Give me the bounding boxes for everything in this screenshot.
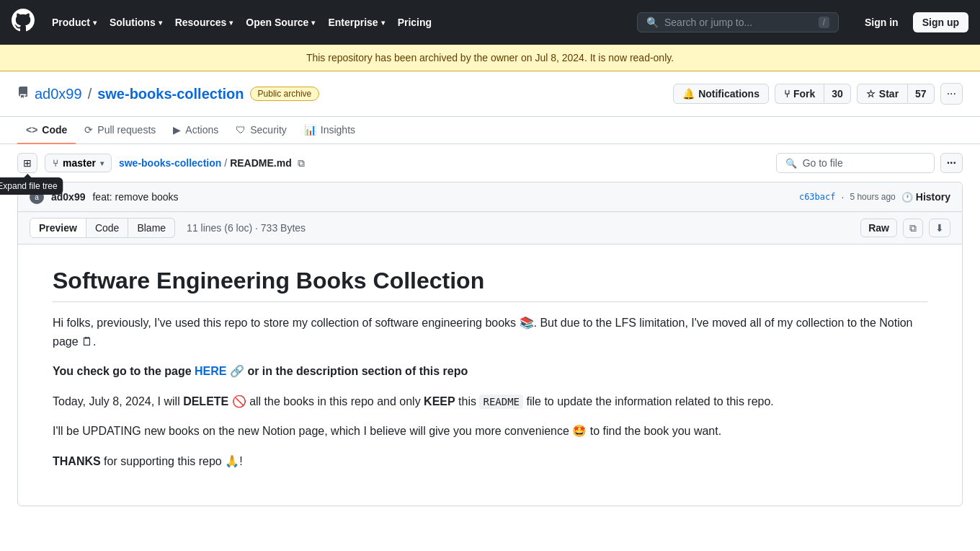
tab-pull-requests[interactable]: ⟳ Pull requests [76,117,164,144]
nav-item-enterprise[interactable]: Enterprise ▾ [322,12,390,32]
top-nav: Product ▾ Solutions ▾ Resources ▾ Open S… [0,0,980,45]
file-meta-info: 11 lines (6 loc) · 733 Bytes [187,222,860,234]
nav-auth: Sign in Sign up [856,12,968,32]
file-lines-info: 11 lines (6 loc) · 733 Bytes [187,222,306,234]
readme-code: README [479,394,523,409]
star-button[interactable]: ☆ Star [857,84,907,104]
commit-message: feat: remove books [92,191,178,203]
security-icon: 🛡 [236,124,246,136]
actions-icon: ▶ [173,124,181,136]
breadcrumb-repo-link[interactable]: swe-books-collection [119,157,221,169]
breadcrumb-separator: / [224,157,227,169]
github-logo-icon[interactable] [12,9,35,37]
nav-items: Product ▾ Solutions ▾ Resources ▾ Open S… [46,12,437,32]
file-container: a ad0x99 feat: remove books c63bacf · 5 … [17,182,963,506]
branch-icon: ⑂ [53,158,58,169]
breadcrumb-filename: README.md [230,157,292,169]
repo-type-icon [17,87,29,101]
chevron-down-icon: ▾ [93,19,97,27]
chevron-down-icon: ▾ [311,19,315,27]
readme-para2: You check go to the page HERE 🔗 or in th… [53,362,927,381]
commit-hash-link[interactable]: c63bacf [799,192,836,202]
nav-item-resources[interactable]: Resources ▾ [169,12,239,32]
signin-button[interactable]: Sign in [856,12,907,32]
repo-breadcrumb: ad0x99 / swe-books-collection Public arc… [17,86,319,102]
search-icon: 🔍 [646,17,659,28]
sidebar-icon: ⊞ [23,157,32,169]
readme-para3: Today, July 8, 2024, I will DELETE 🚫 all… [53,392,927,411]
commit-separator: · [841,191,844,203]
repo-tabs: <> Code ⟳ Pull requests ▶ Actions 🛡 Secu… [0,117,980,144]
file-toolbar: Raw ⧉ ⬇ [860,219,950,238]
tab-actions[interactable]: ▶ Actions [164,117,227,144]
repo-separator: / [88,86,92,102]
bell-icon: 🔔 [682,88,695,100]
code-icon: <> [26,124,37,136]
preview-tab[interactable]: Preview [30,218,86,238]
branch-chevron-icon: ▾ [100,159,104,167]
copy-path-button[interactable]: ⧉ [295,156,308,171]
star-button-group: ☆ Star 57 [857,84,935,104]
readme-content: Software Engineering Books Collection Hi… [18,244,962,506]
history-button[interactable]: 🕐 History [901,191,950,203]
chevron-down-icon: ▾ [229,19,233,27]
readme-title: Software Engineering Books Collection [53,268,927,302]
readme-para4: I'll be UPDATING new books on the new No… [53,422,927,441]
fork-button-group: ⑂ Fork 30 [775,84,851,104]
commit-right: c63bacf · 5 hours ago 🕐 History [799,191,950,203]
readme-para1: Hi folks, previously, I've used this rep… [53,314,927,351]
archive-badge: Public archive [250,87,320,101]
nav-item-product[interactable]: Product ▾ [46,12,102,32]
nav-item-open-source[interactable]: Open Source ▾ [240,12,321,32]
search-text: Search or jump to... [664,17,813,28]
pullrequest-icon: ⟳ [84,124,93,136]
file-tabs-row: Preview Code Blame 11 lines (6 loc) · 73… [18,212,962,244]
file-nav-left: ⊞ Expand file tree ⑂ master ▾ swe-books-… [17,153,308,173]
readme-para5: THANKS for supporting this repo 🙏! [53,452,927,471]
repo-actions: 🔔 Notifications ⑂ Fork 30 ☆ Star 57 ··· [673,83,963,105]
file-tabs-group: Preview Code Blame [30,218,175,238]
fork-count-button[interactable]: 30 [824,84,851,104]
commit-time: 5 hours ago [850,192,895,202]
branch-selector[interactable]: ⑂ master ▾ [45,154,112,172]
chevron-down-icon: ▾ [159,19,162,27]
tab-security[interactable]: 🛡 Security [227,117,295,144]
notifications-button[interactable]: 🔔 Notifications [673,84,769,104]
fork-button[interactable]: ⑂ Fork [775,84,824,104]
tab-code[interactable]: <> Code [17,117,76,144]
search-shortcut-badge: / [819,17,829,28]
nav-item-solutions[interactable]: Solutions ▾ [104,12,168,32]
signup-button[interactable]: Sign up [913,12,968,32]
file-viewer-header: ⊞ Expand file tree ⑂ master ▾ swe-books-… [0,144,980,182]
star-icon: ☆ [866,88,876,100]
blame-tab[interactable]: Blame [128,218,175,238]
nav-item-pricing[interactable]: Pricing [392,12,437,32]
raw-button[interactable]: Raw [860,219,897,237]
history-icon: 🕐 [901,192,913,203]
more-options-button[interactable]: ··· [940,83,963,105]
file-nav-right: 🔍 Go to file ··· [776,153,963,173]
tab-insights[interactable]: 📊 Insights [295,117,364,144]
repo-owner-link[interactable]: ad0x99 [35,86,82,102]
insights-icon: 📊 [304,124,316,136]
go-to-file-input[interactable]: 🔍 Go to file [776,153,935,173]
archive-banner: This repository has been archived by the… [0,45,980,71]
search-bar[interactable]: 🔍 Search or jump to... / [637,12,839,32]
expand-tooltip: Expand file tree [0,177,63,195]
expand-file-tree-button[interactable]: ⊞ [17,153,37,173]
code-tab[interactable]: Code [86,218,128,238]
star-count-button[interactable]: 57 [907,84,935,104]
commit-info-row: a ad0x99 feat: remove books c63bacf · 5 … [18,182,962,212]
go-to-file-placeholder: Go to file [803,157,925,169]
chevron-down-icon: ▾ [381,19,385,27]
repo-name-link[interactable]: swe-books-collection [97,86,244,102]
breadcrumb: swe-books-collection / README.md ⧉ [119,156,308,171]
repo-header: ad0x99 / swe-books-collection Public arc… [0,71,980,117]
more-file-actions-button[interactable]: ··· [940,153,963,173]
fork-icon: ⑂ [784,88,790,100]
search-icon: 🔍 [785,158,797,169]
here-link[interactable]: HERE 🔗 [195,365,244,377]
copy-content-button[interactable]: ⧉ [903,219,923,238]
download-button[interactable]: ⬇ [929,219,950,237]
